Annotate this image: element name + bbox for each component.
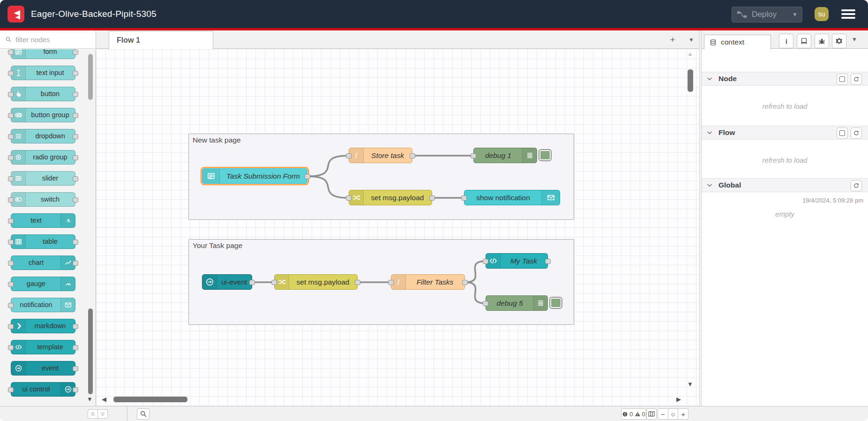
input-port[interactable] [8,197,14,203]
output-port[interactable] [73,261,78,266]
output-port[interactable] [73,113,78,118]
output-port[interactable] [73,50,78,55]
flow-node-show-notification[interactable]: show notification [464,190,560,205]
flow-node-Store-task[interactable]: ƒStore task [349,148,412,163]
palette-node-notification[interactable]: notification [11,298,75,312]
output-port[interactable] [305,174,310,179]
palette-scrollbar-thumb[interactable] [88,54,93,100]
output-port[interactable] [73,387,78,392]
output-port[interactable] [73,71,78,76]
output-port[interactable] [462,280,468,285]
output-port[interactable] [73,155,78,160]
wire[interactable] [307,156,349,176]
input-port[interactable] [271,280,277,285]
palette-node-radio-group[interactable]: radio group [11,150,75,165]
flow-node-ui-event[interactable]: ui-event [202,274,252,290]
output-port[interactable] [73,176,78,181]
palette-scroll-down-icon[interactable]: ▼ [87,396,93,402]
wire[interactable] [465,261,486,282]
node-context-pin-button[interactable] [837,74,848,85]
zoom-in-button[interactable]: + [678,409,688,419]
node-context-refresh-button[interactable] [851,74,862,85]
input-port[interactable] [8,71,14,76]
input-port[interactable] [8,387,14,392]
output-port[interactable] [73,345,78,350]
sidebar-tabs-caret-icon[interactable]: ▼ [852,36,857,43]
flow-node-debug-1[interactable]: debug 1 [473,148,537,163]
palette-node-chart[interactable]: chart [11,256,75,270]
input-port[interactable] [8,240,14,245]
palette-node-switch[interactable]: switch [11,192,75,207]
input-port[interactable] [346,153,352,158]
deploy-options-caret-icon[interactable]: ▼ [792,11,798,18]
palette-node-text[interactable]: Atext [11,213,75,228]
input-port[interactable] [346,195,352,201]
zoom-reset-button[interactable]: ○ [668,409,678,419]
user-avatar[interactable]: su [815,7,829,21]
input-port[interactable] [8,134,14,139]
main-menu-button[interactable] [841,9,855,20]
input-port[interactable] [8,92,14,97]
canvas-search-button[interactable] [137,408,150,420]
wire[interactable] [307,176,349,198]
input-port[interactable] [471,153,476,158]
input-port[interactable] [8,155,14,160]
palette-node-button-group[interactable]: button group [11,108,75,122]
issues-counter[interactable]: 0 0 [621,408,646,420]
input-port[interactable] [8,324,14,329]
wire[interactable] [465,282,486,303]
flow-node-debug-5[interactable]: debug 5 [486,295,548,311]
input-port[interactable] [8,345,14,350]
debug-enable-toggle[interactable] [539,149,552,161]
palette-node-slider[interactable]: slider [11,171,75,186]
input-port[interactable] [8,50,14,55]
palette-node-table[interactable]: table [11,234,75,249]
input-port[interactable] [8,113,14,118]
flow-context-pin-button[interactable] [837,128,848,139]
help-tab-button[interactable] [797,34,811,48]
flow-node-My-Task[interactable]: My Task [486,253,548,269]
flow-node-set-msg-payload[interactable]: set msg.payload [349,190,432,205]
palette-node-markdown[interactable]: markdown [11,319,75,333]
zoom-out-button[interactable]: − [658,409,668,419]
input-port[interactable] [8,218,14,224]
context-section-global[interactable]: Global [702,178,868,192]
output-port[interactable] [73,92,78,97]
palette-node-gauge[interactable]: gauge [11,277,75,291]
palette-node-form[interactable]: form [11,49,75,59]
output-port[interactable] [249,280,255,285]
tab-context[interactable]: context [704,35,771,49]
output-port[interactable] [73,324,78,329]
flow-node-set-msg-payload[interactable]: set msg.payload [274,274,358,290]
context-section-flow[interactable]: Flow [702,126,868,140]
navigator-button[interactable] [646,408,657,420]
input-port[interactable] [461,195,467,201]
output-port[interactable] [355,280,360,285]
palette-node-text-input[interactable]: text input [11,66,75,80]
context-section-node[interactable]: Node [702,72,868,86]
palette-node-template[interactable]: template [11,340,75,354]
palette-node-button[interactable]: button [11,87,75,101]
input-port[interactable] [388,280,394,285]
output-port[interactable] [73,134,78,139]
output-port[interactable] [73,366,78,371]
output-port[interactable] [410,153,415,158]
input-port[interactable] [8,261,14,266]
palette-node-dropdown[interactable]: dropdown [11,129,75,143]
tab-flow-1[interactable]: Flow 1 [109,31,213,49]
palette-collapse-up-button[interactable] [88,409,98,419]
config-tab-button[interactable] [832,34,846,48]
debug-enable-toggle[interactable] [549,297,562,309]
global-context-refresh-button[interactable] [851,180,862,191]
flow-list-caret-icon[interactable]: ▼ [685,34,697,46]
input-port[interactable] [483,301,488,306]
debug-tab-button[interactable] [815,34,829,48]
input-port[interactable] [8,176,14,181]
palette-search-input[interactable] [15,35,87,44]
palette-node-ui-control[interactable]: ui control [11,382,75,397]
flow-context-refresh-button[interactable] [851,128,862,139]
palette-scrollbar-thumb-lower[interactable] [88,308,93,394]
output-port[interactable] [73,240,78,245]
flow-node-Task-Submission-Form[interactable]: Task Submission Form [202,168,307,184]
input-port[interactable] [8,303,14,308]
